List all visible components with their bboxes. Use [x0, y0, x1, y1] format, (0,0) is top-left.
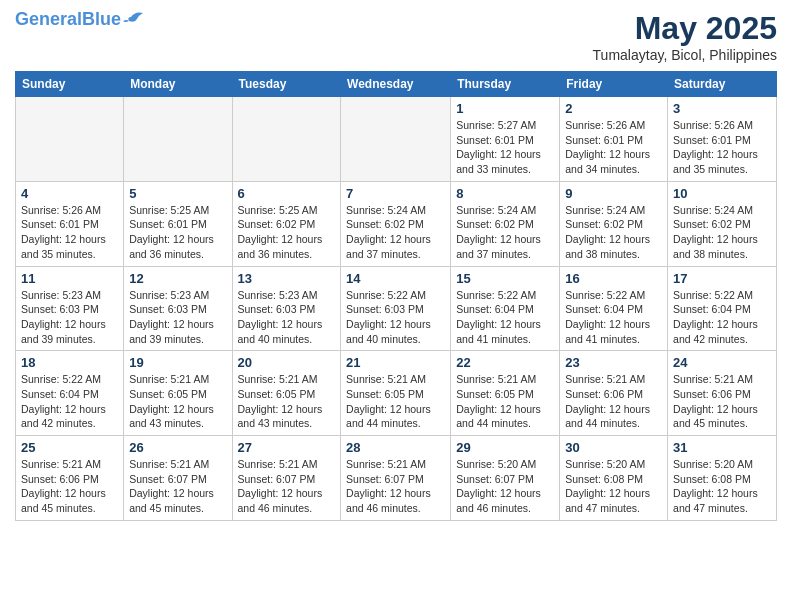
day-number: 18	[21, 355, 118, 370]
calendar-week-2: 4Sunrise: 5:26 AM Sunset: 6:01 PM Daylig…	[16, 181, 777, 266]
calendar-cell: 10Sunrise: 5:24 AM Sunset: 6:02 PM Dayli…	[668, 181, 777, 266]
day-info: Sunrise: 5:21 AM Sunset: 6:07 PM Dayligh…	[238, 457, 336, 516]
calendar-cell: 27Sunrise: 5:21 AM Sunset: 6:07 PM Dayli…	[232, 436, 341, 521]
day-info: Sunrise: 5:22 AM Sunset: 6:04 PM Dayligh…	[673, 288, 771, 347]
day-info: Sunrise: 5:25 AM Sunset: 6:02 PM Dayligh…	[238, 203, 336, 262]
calendar-cell: 7Sunrise: 5:24 AM Sunset: 6:02 PM Daylig…	[341, 181, 451, 266]
day-number: 29	[456, 440, 554, 455]
calendar-cell: 21Sunrise: 5:21 AM Sunset: 6:05 PM Dayli…	[341, 351, 451, 436]
day-number: 23	[565, 355, 662, 370]
day-info: Sunrise: 5:21 AM Sunset: 6:06 PM Dayligh…	[21, 457, 118, 516]
day-number: 3	[673, 101, 771, 116]
day-number: 31	[673, 440, 771, 455]
th-saturday: Saturday	[668, 72, 777, 97]
calendar-cell	[341, 97, 451, 182]
day-info: Sunrise: 5:21 AM Sunset: 6:05 PM Dayligh…	[238, 372, 336, 431]
day-number: 19	[129, 355, 226, 370]
calendar-cell: 2Sunrise: 5:26 AM Sunset: 6:01 PM Daylig…	[560, 97, 668, 182]
calendar-cell: 29Sunrise: 5:20 AM Sunset: 6:07 PM Dayli…	[451, 436, 560, 521]
calendar-cell: 6Sunrise: 5:25 AM Sunset: 6:02 PM Daylig…	[232, 181, 341, 266]
day-number: 24	[673, 355, 771, 370]
calendar-cell: 3Sunrise: 5:26 AM Sunset: 6:01 PM Daylig…	[668, 97, 777, 182]
logo-general: General	[15, 9, 82, 29]
logo-blue: Blue	[82, 9, 121, 29]
th-monday: Monday	[124, 72, 232, 97]
day-info: Sunrise: 5:26 AM Sunset: 6:01 PM Dayligh…	[565, 118, 662, 177]
calendar-cell: 24Sunrise: 5:21 AM Sunset: 6:06 PM Dayli…	[668, 351, 777, 436]
day-info: Sunrise: 5:23 AM Sunset: 6:03 PM Dayligh…	[129, 288, 226, 347]
calendar-cell: 4Sunrise: 5:26 AM Sunset: 6:01 PM Daylig…	[16, 181, 124, 266]
day-info: Sunrise: 5:23 AM Sunset: 6:03 PM Dayligh…	[21, 288, 118, 347]
calendar-cell: 16Sunrise: 5:22 AM Sunset: 6:04 PM Dayli…	[560, 266, 668, 351]
day-info: Sunrise: 5:22 AM Sunset: 6:04 PM Dayligh…	[21, 372, 118, 431]
calendar-cell: 17Sunrise: 5:22 AM Sunset: 6:04 PM Dayli…	[668, 266, 777, 351]
logo-bird-icon	[123, 9, 145, 25]
day-info: Sunrise: 5:26 AM Sunset: 6:01 PM Dayligh…	[21, 203, 118, 262]
day-info: Sunrise: 5:24 AM Sunset: 6:02 PM Dayligh…	[565, 203, 662, 262]
day-info: Sunrise: 5:22 AM Sunset: 6:04 PM Dayligh…	[456, 288, 554, 347]
logo-text: GeneralBlue	[15, 10, 121, 28]
day-number: 20	[238, 355, 336, 370]
day-number: 4	[21, 186, 118, 201]
day-number: 28	[346, 440, 445, 455]
day-info: Sunrise: 5:27 AM Sunset: 6:01 PM Dayligh…	[456, 118, 554, 177]
calendar-week-3: 11Sunrise: 5:23 AM Sunset: 6:03 PM Dayli…	[16, 266, 777, 351]
day-number: 1	[456, 101, 554, 116]
day-info: Sunrise: 5:21 AM Sunset: 6:06 PM Dayligh…	[673, 372, 771, 431]
page-container: GeneralBlue May 2025 Tumalaytay, Bicol, …	[0, 0, 792, 531]
th-friday: Friday	[560, 72, 668, 97]
day-number: 11	[21, 271, 118, 286]
day-info: Sunrise: 5:20 AM Sunset: 6:07 PM Dayligh…	[456, 457, 554, 516]
calendar-cell: 1Sunrise: 5:27 AM Sunset: 6:01 PM Daylig…	[451, 97, 560, 182]
day-info: Sunrise: 5:25 AM Sunset: 6:01 PM Dayligh…	[129, 203, 226, 262]
day-number: 26	[129, 440, 226, 455]
calendar-cell	[232, 97, 341, 182]
calendar-cell: 9Sunrise: 5:24 AM Sunset: 6:02 PM Daylig…	[560, 181, 668, 266]
day-info: Sunrise: 5:21 AM Sunset: 6:05 PM Dayligh…	[346, 372, 445, 431]
calendar-cell	[16, 97, 124, 182]
day-info: Sunrise: 5:24 AM Sunset: 6:02 PM Dayligh…	[673, 203, 771, 262]
calendar-cell: 30Sunrise: 5:20 AM Sunset: 6:08 PM Dayli…	[560, 436, 668, 521]
calendar-header: Sunday Monday Tuesday Wednesday Thursday…	[16, 72, 777, 97]
day-info: Sunrise: 5:24 AM Sunset: 6:02 PM Dayligh…	[456, 203, 554, 262]
day-number: 17	[673, 271, 771, 286]
day-number: 13	[238, 271, 336, 286]
calendar-cell: 22Sunrise: 5:21 AM Sunset: 6:05 PM Dayli…	[451, 351, 560, 436]
calendar-cell: 12Sunrise: 5:23 AM Sunset: 6:03 PM Dayli…	[124, 266, 232, 351]
calendar-cell: 26Sunrise: 5:21 AM Sunset: 6:07 PM Dayli…	[124, 436, 232, 521]
th-sunday: Sunday	[16, 72, 124, 97]
calendar-cell: 5Sunrise: 5:25 AM Sunset: 6:01 PM Daylig…	[124, 181, 232, 266]
th-tuesday: Tuesday	[232, 72, 341, 97]
calendar-cell: 19Sunrise: 5:21 AM Sunset: 6:05 PM Dayli…	[124, 351, 232, 436]
day-info: Sunrise: 5:21 AM Sunset: 6:05 PM Dayligh…	[129, 372, 226, 431]
calendar-cell: 18Sunrise: 5:22 AM Sunset: 6:04 PM Dayli…	[16, 351, 124, 436]
day-number: 21	[346, 355, 445, 370]
day-number: 7	[346, 186, 445, 201]
day-number: 5	[129, 186, 226, 201]
calendar-body: 1Sunrise: 5:27 AM Sunset: 6:01 PM Daylig…	[16, 97, 777, 521]
day-number: 2	[565, 101, 662, 116]
day-info: Sunrise: 5:26 AM Sunset: 6:01 PM Dayligh…	[673, 118, 771, 177]
day-number: 12	[129, 271, 226, 286]
day-number: 27	[238, 440, 336, 455]
th-thursday: Thursday	[451, 72, 560, 97]
header-row: Sunday Monday Tuesday Wednesday Thursday…	[16, 72, 777, 97]
day-number: 22	[456, 355, 554, 370]
calendar-cell: 20Sunrise: 5:21 AM Sunset: 6:05 PM Dayli…	[232, 351, 341, 436]
calendar-cell: 28Sunrise: 5:21 AM Sunset: 6:07 PM Dayli…	[341, 436, 451, 521]
calendar-week-4: 18Sunrise: 5:22 AM Sunset: 6:04 PM Dayli…	[16, 351, 777, 436]
calendar-week-1: 1Sunrise: 5:27 AM Sunset: 6:01 PM Daylig…	[16, 97, 777, 182]
month-year: May 2025	[593, 10, 777, 47]
day-number: 16	[565, 271, 662, 286]
day-info: Sunrise: 5:22 AM Sunset: 6:03 PM Dayligh…	[346, 288, 445, 347]
calendar-cell: 11Sunrise: 5:23 AM Sunset: 6:03 PM Dayli…	[16, 266, 124, 351]
calendar-table: Sunday Monday Tuesday Wednesday Thursday…	[15, 71, 777, 521]
calendar-cell: 31Sunrise: 5:20 AM Sunset: 6:08 PM Dayli…	[668, 436, 777, 521]
day-info: Sunrise: 5:20 AM Sunset: 6:08 PM Dayligh…	[565, 457, 662, 516]
calendar-cell: 14Sunrise: 5:22 AM Sunset: 6:03 PM Dayli…	[341, 266, 451, 351]
day-number: 8	[456, 186, 554, 201]
calendar-cell: 23Sunrise: 5:21 AM Sunset: 6:06 PM Dayli…	[560, 351, 668, 436]
day-info: Sunrise: 5:22 AM Sunset: 6:04 PM Dayligh…	[565, 288, 662, 347]
day-info: Sunrise: 5:21 AM Sunset: 6:05 PM Dayligh…	[456, 372, 554, 431]
location: Tumalaytay, Bicol, Philippines	[593, 47, 777, 63]
